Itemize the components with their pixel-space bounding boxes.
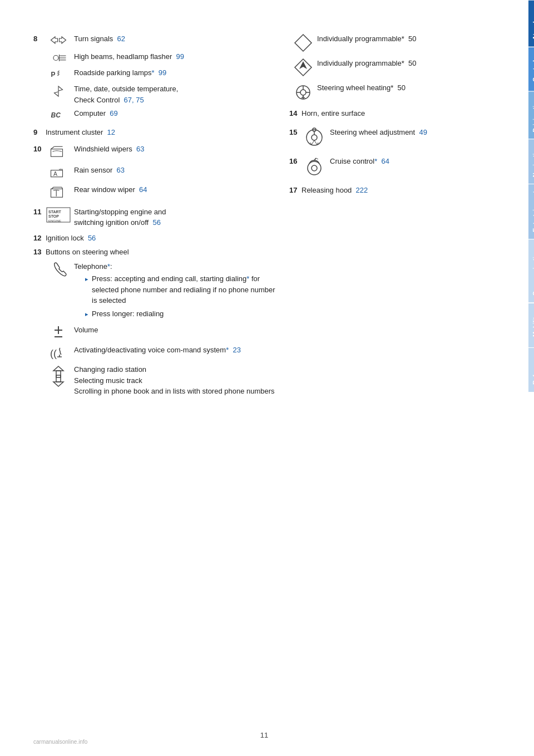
- item-8-number: 8: [33, 35, 46, 43]
- bullet-arrow-1: ▸: [85, 274, 88, 284]
- volume-entry: Volume: [46, 325, 278, 341]
- instrument-cluster-text: Instrument cluster 12: [46, 127, 278, 138]
- svg-rect-38: [56, 371, 61, 377]
- item-12-entry: 12 Ignition lock 56: [33, 233, 278, 244]
- radio-arrows-text: Changing radio station Selecting music t…: [74, 364, 278, 397]
- time-check-icon: [46, 84, 71, 99]
- svg-text:START: START: [48, 210, 62, 214]
- horn-text: Horn, entire surface: [301, 108, 512, 119]
- telephone-icon: [46, 261, 71, 278]
- right-column: Individually programmable* 50 Individual…: [289, 33, 512, 402]
- start-stop-icon: START STOP ENGINE: [46, 207, 71, 223]
- radio-up-icon: [46, 364, 71, 389]
- page-container: 8 Turn signals 62: [0, 0, 534, 756]
- item-8-block: 8 Turn signals 62: [33, 33, 278, 121]
- item-10-number: 10: [33, 145, 46, 153]
- individually-prog-2-entry: Individually programmable* 50: [289, 58, 512, 77]
- individually-prog-1-text: Individually programmable* 50: [317, 33, 512, 45]
- instrument-cluster-page[interactable]: 12: [107, 128, 115, 136]
- page-number: 11: [260, 731, 268, 739]
- roadside-parking-page[interactable]: 99: [159, 68, 166, 77]
- computer-text: Computer 69: [74, 108, 278, 119]
- steering-heat-page[interactable]: 50: [398, 84, 406, 92]
- steering-wheel-heating-text: Steering wheel heating* 50: [317, 82, 512, 94]
- high-beams-page[interactable]: 99: [176, 52, 184, 61]
- cruise-control-page[interactable]: 64: [382, 157, 389, 165]
- watermark: carmanualsonline.info: [33, 739, 87, 745]
- computer-entry: BC Computer 69: [46, 108, 278, 121]
- computer-icon: BC: [46, 108, 71, 121]
- telephone-bullet-2-text: Press longer: redialing: [92, 308, 164, 320]
- start-stop-page[interactable]: 56: [152, 218, 160, 227]
- item-13-header: 13 Buttons on steering wheel: [33, 247, 278, 258]
- roadside-parking-entry: P Roadside parking lamps* 99: [46, 67, 278, 81]
- svg-text:STOP: STOP: [48, 214, 59, 218]
- turn-signals-page[interactable]: 62: [117, 35, 125, 43]
- item-17-number: 17: [289, 186, 301, 194]
- svg-marker-0: [51, 37, 57, 43]
- svg-line-9: [57, 72, 59, 74]
- rain-sensor-icon: A: [46, 165, 71, 181]
- telephone-bullets: ▸ Press: accepting and ending call, star…: [85, 273, 278, 319]
- item-13-block: 13 Buttons on steering wheel: [33, 247, 278, 397]
- item-9-entry: 9 Instrument cluster 12: [33, 127, 278, 138]
- releasing-hood-page[interactable]: 222: [356, 186, 368, 194]
- svg-marker-39: [53, 382, 63, 386]
- svg-line-10: [57, 74, 59, 76]
- item-10-header: 10 Windshield wipers 63: [33, 144, 278, 160]
- check-control-page[interactable]: 67, 75: [124, 96, 144, 104]
- two-col-layout: 8 Turn signals 62: [33, 33, 512, 402]
- item-11-number: 11: [33, 208, 46, 216]
- rear-window-wiper-entry: Rear window wiper 64: [46, 184, 278, 201]
- sidebar-tab-controls[interactable]: Controls: [528, 47, 534, 91]
- steering-adj-text: Steering wheel adjustment 49: [330, 127, 512, 138]
- item-15-entry: 15 Steering wheel adjustment 49: [289, 127, 512, 148]
- svg-line-57: [316, 158, 318, 159]
- individually-prog-2-text: Individually programmable* 50: [317, 58, 512, 69]
- svg-text:P: P: [51, 71, 55, 78]
- item-8-header: 8 Turn signals 62: [33, 33, 278, 47]
- rear-window-wiper-text: Rear window wiper 64: [74, 184, 278, 195]
- svg-marker-43: [299, 61, 307, 69]
- high-beams-icon: [46, 51, 71, 65]
- diamond-arrow-icon: [289, 58, 317, 77]
- voice-command-page[interactable]: 23: [233, 346, 240, 354]
- computer-page[interactable]: 69: [110, 109, 117, 117]
- radio-arrows-entry: Changing radio station Selecting music t…: [46, 364, 278, 397]
- left-column: 8 Turn signals 62: [33, 33, 278, 402]
- ind-prog-1-page[interactable]: 50: [408, 35, 416, 43]
- sidebar-tab-communications[interactable]: Communications: [528, 239, 534, 302]
- telephone-bullet-1-text: Press: accepting and ending call, starti…: [92, 273, 278, 306]
- svg-rect-14: [51, 149, 62, 156]
- sidebar-tab-driving-tips[interactable]: Driving tips: [528, 91, 534, 139]
- item-9-number: 9: [33, 128, 46, 136]
- voice-command-entry: (( Activating/deactivating voice com-man…: [46, 345, 278, 361]
- time-check-entry: Time, date, outside temperature, Check C…: [46, 84, 278, 105]
- start-stop-text: Starting/stopping engine and switching i…: [74, 207, 278, 228]
- turn-signals-text: Turn signals 62: [74, 33, 278, 45]
- sidebar-tab-navigation[interactable]: Navigation: [528, 139, 534, 184]
- ind-prog-2-page[interactable]: 50: [408, 59, 416, 67]
- sidebar-tab-entertainment[interactable]: Entertainment: [528, 184, 534, 239]
- steering-adj-page[interactable]: 49: [419, 128, 427, 136]
- roadside-parking-icon: P: [46, 67, 71, 81]
- rain-sensor-page[interactable]: 63: [117, 166, 125, 174]
- sidebar-tab-mobility[interactable]: Mobility: [528, 303, 534, 347]
- sidebar-tab-at-a-glance[interactable]: At a glance: [528, 0, 534, 47]
- right-sidebar: At a glance Controls Driving tips Naviga…: [528, 0, 534, 756]
- windshield-wipers-text: Windshield wipers 63: [74, 144, 278, 155]
- cruise-control-text: Cruise control* 64: [330, 156, 512, 167]
- main-content: 8 Turn signals 62: [0, 0, 528, 756]
- voice-command-text: Activating/deactivating voice com-mand s…: [74, 345, 278, 356]
- bullet-arrow-2: ▸: [85, 310, 88, 319]
- windshield-wipers-page[interactable]: 63: [136, 145, 144, 153]
- steering-adj-icon: [301, 127, 327, 148]
- ignition-lock-page[interactable]: 56: [88, 234, 96, 242]
- svg-marker-41: [295, 35, 312, 51]
- rear-window-wiper-page[interactable]: 64: [139, 185, 147, 194]
- svg-text:BC: BC: [51, 111, 61, 119]
- svg-marker-37: [53, 366, 63, 371]
- item-17-entry: 17 Releasing hood 222: [289, 185, 512, 196]
- svg-text:ENGINE: ENGINE: [48, 219, 61, 223]
- sidebar-tab-reference[interactable]: Reference: [528, 347, 534, 392]
